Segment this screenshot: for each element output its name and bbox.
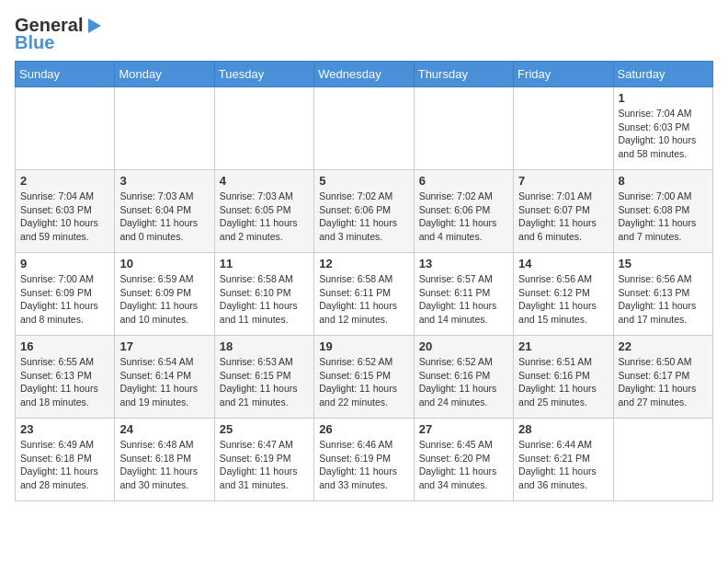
calendar-cell: 19Sunrise: 6:52 AM Sunset: 6:15 PM Dayli… (314, 336, 414, 419)
day-number: 15 (619, 257, 708, 270)
calendar-cell (16, 87, 115, 170)
day-number: 7 (518, 174, 608, 188)
calendar-header-sunday: Sunday (16, 62, 115, 87)
day-number: 1 (619, 91, 708, 105)
svg-marker-0 (88, 18, 101, 33)
calendar-cell: 3Sunrise: 7:03 AM Sunset: 6:04 PM Daylig… (115, 170, 214, 253)
day-info: Sunrise: 6:56 AM Sunset: 6:12 PM Dayligh… (518, 272, 608, 327)
day-number: 20 (419, 339, 508, 353)
calendar-week-row: 9Sunrise: 7:00 AM Sunset: 6:09 PM Daylig… (16, 253, 713, 336)
calendar-cell: 24Sunrise: 6:48 AM Sunset: 6:18 PM Dayli… (115, 419, 214, 501)
day-number: 5 (319, 174, 408, 188)
calendar-week-row: 16Sunrise: 6:55 AM Sunset: 6:13 PM Dayli… (16, 336, 713, 419)
day-number: 18 (220, 339, 309, 353)
day-number: 3 (119, 174, 209, 188)
calendar-cell: 9Sunrise: 7:00 AM Sunset: 6:09 PM Daylig… (16, 253, 115, 336)
day-info: Sunrise: 6:58 AM Sunset: 6:10 PM Dayligh… (220, 272, 309, 327)
day-number: 27 (419, 422, 508, 436)
calendar-cell (514, 87, 613, 170)
day-info: Sunrise: 7:00 AM Sunset: 6:08 PM Dayligh… (619, 190, 708, 244)
day-info: Sunrise: 6:50 AM Sunset: 6:17 PM Dayligh… (619, 355, 708, 409)
day-info: Sunrise: 6:52 AM Sunset: 6:16 PM Dayligh… (419, 355, 508, 409)
calendar-header-saturday: Saturday (613, 62, 712, 87)
calendar-week-row: 23Sunrise: 6:49 AM Sunset: 6:18 PM Dayli… (16, 419, 713, 501)
calendar-cell: 2Sunrise: 7:04 AM Sunset: 6:03 PM Daylig… (16, 170, 115, 253)
calendar-cell: 27Sunrise: 6:45 AM Sunset: 6:20 PM Dayli… (414, 419, 513, 501)
calendar-cell (115, 87, 214, 170)
day-info: Sunrise: 7:00 AM Sunset: 6:09 PM Dayligh… (20, 272, 109, 327)
day-number: 10 (119, 257, 209, 270)
day-info: Sunrise: 6:46 AM Sunset: 6:19 PM Dayligh… (319, 438, 408, 492)
day-info: Sunrise: 7:01 AM Sunset: 6:07 PM Dayligh… (518, 190, 608, 244)
calendar-cell: 13Sunrise: 6:57 AM Sunset: 6:11 PM Dayli… (414, 253, 513, 336)
day-number: 2 (20, 174, 109, 188)
calendar-cell: 16Sunrise: 6:55 AM Sunset: 6:13 PM Dayli… (16, 336, 115, 419)
day-number: 25 (220, 422, 309, 436)
calendar-header-row: SundayMondayTuesdayWednesdayThursdayFrid… (16, 62, 713, 87)
day-info: Sunrise: 7:03 AM Sunset: 6:05 PM Dayligh… (220, 190, 309, 244)
calendar-cell: 20Sunrise: 6:52 AM Sunset: 6:16 PM Dayli… (414, 336, 513, 419)
calendar-header-friday: Friday (514, 62, 613, 87)
calendar-cell: 22Sunrise: 6:50 AM Sunset: 6:17 PM Dayli… (613, 336, 712, 419)
calendar-cell: 6Sunrise: 7:02 AM Sunset: 6:06 PM Daylig… (414, 170, 513, 253)
day-number: 6 (419, 174, 508, 188)
calendar-cell: 23Sunrise: 6:49 AM Sunset: 6:18 PM Dayli… (16, 419, 115, 501)
day-number: 9 (20, 257, 109, 270)
calendar-cell: 11Sunrise: 6:58 AM Sunset: 6:10 PM Dayli… (214, 253, 313, 336)
day-number: 23 (20, 422, 109, 436)
logo-triangle-icon (85, 17, 103, 35)
day-info: Sunrise: 6:55 AM Sunset: 6:13 PM Dayligh… (20, 355, 109, 409)
logo-wordmark: General Blue (15, 15, 103, 53)
calendar-cell: 12Sunrise: 6:58 AM Sunset: 6:11 PM Dayli… (314, 253, 414, 336)
day-info: Sunrise: 6:57 AM Sunset: 6:11 PM Dayligh… (419, 272, 508, 327)
day-number: 16 (20, 339, 109, 353)
day-number: 17 (119, 339, 209, 353)
calendar-table: SundayMondayTuesdayWednesdayThursdayFrid… (15, 61, 713, 501)
calendar-cell: 15Sunrise: 6:56 AM Sunset: 6:13 PM Dayli… (613, 253, 712, 336)
calendar-cell (314, 87, 414, 170)
day-number: 26 (319, 422, 408, 436)
calendar-cell (613, 419, 712, 501)
day-number: 11 (220, 257, 309, 270)
calendar-week-row: 1Sunrise: 7:04 AM Sunset: 6:03 PM Daylig… (16, 87, 713, 170)
calendar-cell: 8Sunrise: 7:00 AM Sunset: 6:08 PM Daylig… (613, 170, 712, 253)
logo: General Blue (15, 15, 103, 53)
day-number: 8 (619, 174, 708, 188)
calendar-cell (414, 87, 513, 170)
day-info: Sunrise: 7:04 AM Sunset: 6:03 PM Dayligh… (20, 190, 109, 244)
day-info: Sunrise: 6:53 AM Sunset: 6:15 PM Dayligh… (220, 355, 309, 409)
day-number: 12 (319, 257, 408, 270)
day-info: Sunrise: 6:58 AM Sunset: 6:11 PM Dayligh… (319, 272, 408, 327)
day-number: 13 (419, 257, 508, 270)
day-info: Sunrise: 6:48 AM Sunset: 6:18 PM Dayligh… (119, 438, 209, 492)
day-info: Sunrise: 7:02 AM Sunset: 6:06 PM Dayligh… (419, 190, 508, 244)
day-info: Sunrise: 6:44 AM Sunset: 6:21 PM Dayligh… (518, 438, 608, 492)
calendar-cell: 17Sunrise: 6:54 AM Sunset: 6:14 PM Dayli… (115, 336, 214, 419)
calendar-cell: 14Sunrise: 6:56 AM Sunset: 6:12 PM Dayli… (514, 253, 613, 336)
calendar-cell: 26Sunrise: 6:46 AM Sunset: 6:19 PM Dayli… (314, 419, 414, 501)
calendar-week-row: 2Sunrise: 7:04 AM Sunset: 6:03 PM Daylig… (16, 170, 713, 253)
day-info: Sunrise: 6:45 AM Sunset: 6:20 PM Dayligh… (419, 438, 508, 492)
page-header: General Blue (15, 15, 713, 53)
day-number: 21 (518, 339, 608, 353)
calendar-cell: 4Sunrise: 7:03 AM Sunset: 6:05 PM Daylig… (214, 170, 313, 253)
calendar-header-monday: Monday (115, 62, 214, 87)
calendar-cell: 10Sunrise: 6:59 AM Sunset: 6:09 PM Dayli… (115, 253, 214, 336)
calendar-cell: 7Sunrise: 7:01 AM Sunset: 6:07 PM Daylig… (514, 170, 613, 253)
day-number: 4 (220, 174, 309, 188)
day-info: Sunrise: 6:54 AM Sunset: 6:14 PM Dayligh… (119, 355, 209, 409)
day-info: Sunrise: 6:51 AM Sunset: 6:16 PM Dayligh… (518, 355, 608, 409)
calendar-header-wednesday: Wednesday (314, 62, 414, 87)
calendar-cell: 5Sunrise: 7:02 AM Sunset: 6:06 PM Daylig… (314, 170, 414, 253)
day-info: Sunrise: 6:52 AM Sunset: 6:15 PM Dayligh… (319, 355, 408, 409)
day-info: Sunrise: 6:47 AM Sunset: 6:19 PM Dayligh… (220, 438, 309, 492)
calendar-cell: 28Sunrise: 6:44 AM Sunset: 6:21 PM Dayli… (514, 419, 613, 501)
day-number: 22 (619, 339, 708, 353)
day-info: Sunrise: 7:04 AM Sunset: 6:03 PM Dayligh… (619, 107, 708, 161)
day-number: 24 (119, 422, 209, 436)
day-info: Sunrise: 6:59 AM Sunset: 6:09 PM Dayligh… (119, 272, 209, 327)
calendar-cell: 25Sunrise: 6:47 AM Sunset: 6:19 PM Dayli… (214, 419, 313, 501)
calendar-cell: 21Sunrise: 6:51 AM Sunset: 6:16 PM Dayli… (514, 336, 613, 419)
calendar-header-thursday: Thursday (414, 62, 513, 87)
day-number: 19 (319, 339, 408, 353)
